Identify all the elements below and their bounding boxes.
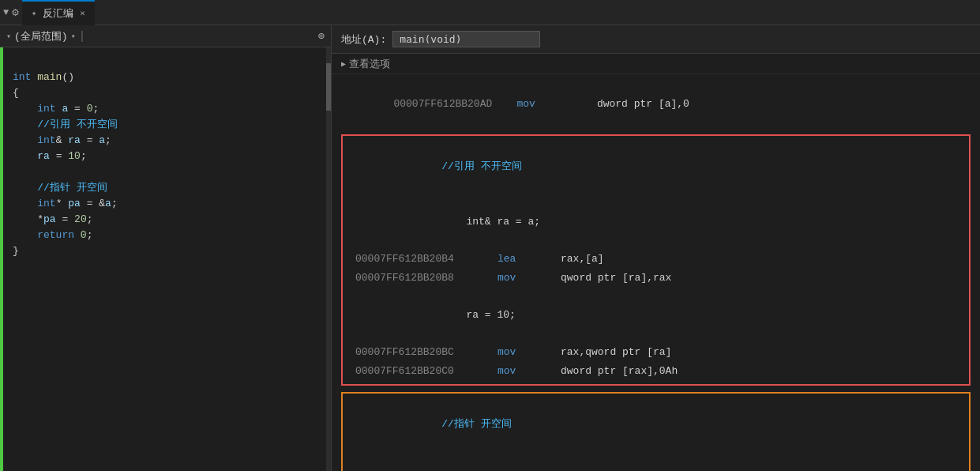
view-options-arrow-icon: ▶ bbox=[341, 59, 346, 69]
ref-comment1: //引用 不开空间 bbox=[343, 139, 969, 194]
scope-separator: | bbox=[79, 30, 85, 43]
disasm-content[interactable]: 00007FF612BB20AD mov dword ptr [a],0 //引… bbox=[332, 74, 980, 471]
ref-asm-line3: 00007FF612BB20BC mov rax,qword ptr [ra] bbox=[343, 343, 969, 362]
code-content[interactable]: int main() { int a = 0; //引用 不开空间 int& r… bbox=[0, 47, 326, 471]
main-content: ▾ (全局范围) ▾ | ⊕ int main() { int a = 0; /… bbox=[0, 25, 980, 471]
ref-code1: int& ra = a; bbox=[343, 194, 969, 250]
mnem-top: mov bbox=[516, 98, 535, 110]
left-controls: ▼ ⚙ bbox=[3, 6, 19, 19]
code-brace: { bbox=[13, 87, 19, 99]
scope-label: (全局范围) bbox=[14, 29, 68, 43]
scope-header: ▾ (全局范围) ▾ | ⊕ bbox=[0, 25, 331, 47]
tab-label: 反汇编 bbox=[43, 6, 73, 21]
code-scrollbar[interactable] bbox=[326, 47, 331, 471]
code-comment2: //指针 开空间 bbox=[37, 182, 107, 194]
ref-asm-line2: 00007FF612BB20B8 mov qword ptr [ra],rax bbox=[343, 269, 969, 288]
nav-arrow-icon[interactable]: ▼ bbox=[3, 7, 9, 18]
top-bar: ▼ ⚙ ✦ 反汇编 ✕ bbox=[0, 0, 980, 25]
view-options-label: 查看选项 bbox=[349, 57, 390, 71]
ptr-code1: int* pa = &a; bbox=[343, 452, 969, 471]
disasm-tab[interactable]: ✦ 反汇编 ✕ bbox=[22, 0, 95, 25]
addr-top: 00007FF612BB20AD bbox=[393, 98, 492, 110]
ptr-comment1: //指针 开空间 bbox=[343, 397, 969, 452]
ref-asm-line4: 00007FF612BB20C0 mov dword ptr [rax],0Ah bbox=[343, 362, 969, 381]
code-int1: int bbox=[37, 103, 55, 115]
ref-asm-line1: 00007FF612BB20B4 lea rax,[a] bbox=[343, 250, 969, 269]
scope-dropdown[interactable]: ▾ (全局范围) ▾ bbox=[6, 29, 76, 43]
scope-down-icon: ▾ bbox=[71, 32, 76, 41]
code-comment1: //引用 不开空间 bbox=[37, 119, 117, 130]
ptr-section-box: //指针 开空间 int* pa = &a; 00007FF612BB20C6 … bbox=[341, 392, 971, 471]
gear-icon[interactable]: ⚙ bbox=[12, 6, 18, 19]
add-scope-icon[interactable]: ⊕ bbox=[318, 29, 325, 43]
code-var-a: a bbox=[62, 103, 68, 115]
code-area[interactable]: int main() { int a = 0; //引用 不开空间 int& r… bbox=[0, 47, 331, 471]
operand-top: dword ptr [a],0 bbox=[597, 98, 689, 110]
right-disasm-panel: 地址(A): ▶ 查看选项 00007FF612BB20AD mov dword… bbox=[332, 25, 980, 471]
code-keyword: int bbox=[13, 71, 31, 83]
tab-pin-icon: ✦ bbox=[32, 8, 37, 18]
disasm-top-line: 00007FF612BB20AD mov dword ptr [a],0 bbox=[332, 77, 980, 131]
scroll-thumb[interactable] bbox=[326, 63, 331, 111]
addr-input[interactable] bbox=[392, 31, 540, 47]
tab-close-icon[interactable]: ✕ bbox=[80, 8, 85, 18]
left-code-panel: ▾ (全局范围) ▾ | ⊕ int main() { int a = 0; /… bbox=[0, 25, 332, 471]
view-options-bar[interactable]: ▶ 查看选项 bbox=[332, 54, 980, 74]
code-function: main bbox=[37, 71, 62, 83]
code-intref: int bbox=[37, 134, 55, 146]
ref-section-box: //引用 不开空间 int& ra = a; 00007FF612BB20B4 … bbox=[341, 134, 971, 386]
disasm-header: 地址(A): bbox=[332, 25, 980, 54]
ref-code2: ra = 10; bbox=[343, 288, 969, 343]
scope-arrow-icon: ▾ bbox=[6, 32, 11, 41]
addr-label: 地址(A): bbox=[341, 32, 386, 47]
code-punct: () bbox=[62, 71, 74, 83]
